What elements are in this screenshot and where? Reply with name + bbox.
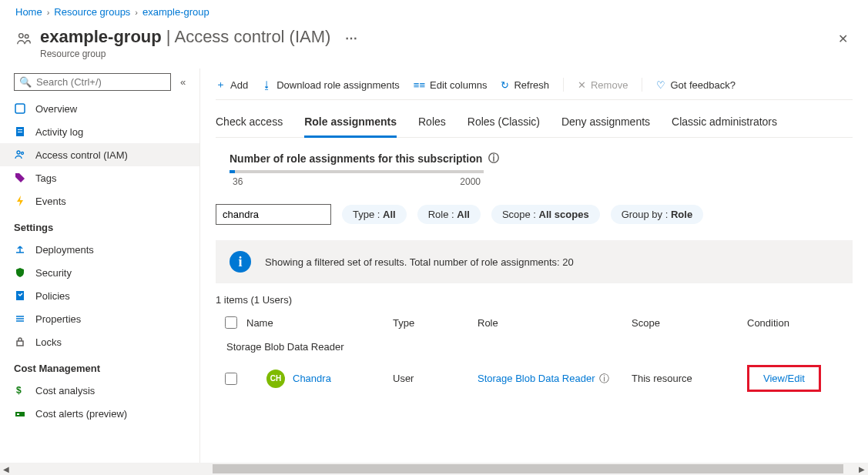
events-icon [14, 195, 26, 207]
page-header: example-group | Access control (IAM) ⋯ R… [0, 24, 868, 69]
view-edit-link[interactable]: View/Edit [763, 373, 805, 384]
horizontal-scrollbar[interactable]: ◀ ▶ [0, 463, 868, 475]
filter-type[interactable]: Type : All [342, 205, 407, 224]
scrollbar-thumb[interactable] [213, 464, 843, 473]
column-scope[interactable]: Scope [632, 317, 747, 329]
filter-role[interactable]: Role : All [417, 205, 481, 224]
remove-icon: ✕ [578, 79, 586, 91]
row-checkbox[interactable] [225, 373, 237, 385]
tab-check-access[interactable]: Check access [216, 111, 283, 137]
toolbar-label: Download role assignments [276, 79, 400, 91]
shield-icon [14, 266, 26, 279]
sidebar-item-deployments[interactable]: Deployments [0, 238, 199, 261]
sidebar-item-tags[interactable]: Tags [0, 166, 199, 189]
policies-icon [14, 289, 26, 302]
sidebar-search-input[interactable] [36, 76, 166, 88]
properties-icon [14, 313, 26, 325]
sidebar-section-cost: Cost Management [0, 353, 199, 379]
svg-point-1 [25, 35, 28, 38]
items-count: 1 items (1 Users) [216, 283, 853, 310]
sidebar-item-cost-alerts[interactable]: Cost alerts (preview) [0, 402, 199, 425]
page-title: example-group | Access control (IAM) ⋯ [40, 27, 357, 47]
filter-scope[interactable]: Scope : All scopes [491, 205, 600, 224]
tab-classic-administrators[interactable]: Classic administrators [672, 111, 777, 137]
count-progress-bar [230, 170, 484, 173]
breadcrumb-current[interactable]: example-group [142, 6, 209, 18]
close-button[interactable]: ✕ [833, 27, 853, 51]
breadcrumb-resource-groups[interactable]: Resource groups [54, 6, 130, 18]
sidebar: 🔍 « Overview Activity log Access control… [0, 69, 200, 474]
sidebar-item-overview[interactable]: Overview [0, 97, 199, 120]
sidebar-section-settings: Settings [0, 212, 199, 238]
column-role[interactable]: Role [478, 317, 632, 329]
tab-roles-classic[interactable]: Roles (Classic) [468, 111, 540, 137]
scroll-left-icon[interactable]: ◀ [0, 463, 12, 475]
highlight-box: View/Edit [747, 365, 821, 392]
group-header[interactable]: Storage Blob Data Reader [216, 335, 853, 359]
overview-icon [14, 102, 26, 115]
more-icon[interactable]: ⋯ [345, 32, 357, 45]
breadcrumb: Home › Resource groups › example-group [0, 0, 868, 24]
row-role-link[interactable]: Storage Blob Data Reader [478, 373, 595, 384]
sidebar-item-label: Cost alerts (preview) [35, 408, 127, 420]
svg-rect-12 [17, 413, 19, 415]
scroll-right-icon[interactable]: ▶ [856, 463, 868, 475]
feedback-button[interactable]: ♡Got feedback? [656, 79, 736, 91]
sidebar-item-properties[interactable]: Properties [0, 307, 199, 330]
column-name[interactable]: Name [246, 317, 393, 329]
sidebar-item-cost-analysis[interactable]: $Cost analysis [0, 379, 199, 402]
svg-rect-11 [15, 412, 25, 416]
sidebar-item-events[interactable]: Events [0, 189, 199, 212]
select-all-checkbox[interactable] [225, 316, 237, 329]
info-icon[interactable]: ⓘ [599, 372, 609, 386]
svg-point-6 [17, 151, 20, 154]
lock-icon [14, 336, 26, 348]
sidebar-item-activity-log[interactable]: Activity log [0, 120, 199, 143]
breadcrumb-home[interactable]: Home [15, 6, 42, 18]
filter-search-input[interactable] [216, 204, 331, 225]
sidebar-item-label: Tags [35, 172, 56, 184]
people-icon [15, 30, 32, 49]
info-icon[interactable]: ⓘ [488, 152, 499, 166]
user-name-link[interactable]: Chandra [293, 373, 331, 384]
sidebar-item-label: Policies [35, 290, 70, 302]
column-condition[interactable]: Condition [747, 317, 840, 329]
tab-role-assignments[interactable]: Role assignments [304, 111, 397, 138]
sidebar-item-locks[interactable]: Locks [0, 330, 199, 353]
tab-deny-assignments[interactable]: Deny assignments [561, 111, 650, 137]
toolbar-label: Got feedback? [670, 79, 736, 91]
columns-icon: ≡≡ [414, 79, 425, 91]
sidebar-item-label: Deployments [35, 244, 94, 256]
people-icon [14, 149, 26, 161]
download-icon: ⭳ [262, 79, 272, 91]
svg-rect-9 [17, 341, 23, 346]
sidebar-item-label: Security [35, 267, 72, 279]
sidebar-item-label: Cost analysis [35, 385, 95, 396]
count-max: 2000 [460, 176, 481, 187]
tag-icon [14, 172, 26, 184]
add-button[interactable]: ＋Add [216, 78, 248, 92]
sidebar-item-label: Activity log [35, 126, 83, 138]
cost-icon: $ [14, 384, 26, 396]
assignments-table: Name Type Role Scope Condition Storage B… [216, 310, 853, 398]
page-subtitle: Resource group [40, 49, 357, 59]
collapse-sidebar-button[interactable]: « [177, 73, 189, 91]
svg-text:$: $ [16, 385, 22, 396]
download-button[interactable]: ⭳Download role assignments [262, 79, 400, 91]
sidebar-item-security[interactable]: Security [0, 261, 199, 284]
toolbar-label: Add [230, 79, 248, 91]
sidebar-item-policies[interactable]: Policies [0, 284, 199, 307]
sidebar-item-label: Locks [35, 336, 62, 348]
svg-point-0 [19, 34, 23, 38]
sidebar-item-access-control[interactable]: Access control (IAM) [0, 143, 199, 166]
toolbar: ＋Add ⭳Download role assignments ≡≡Edit c… [216, 75, 853, 100]
refresh-button[interactable]: ↻Refresh [501, 79, 549, 91]
edit-columns-button[interactable]: ≡≡Edit columns [414, 79, 488, 91]
tab-roles[interactable]: Roles [418, 111, 446, 137]
svg-point-7 [22, 152, 24, 155]
row-type: User [393, 373, 478, 384]
column-type[interactable]: Type [393, 317, 478, 329]
sidebar-search[interactable]: 🔍 [14, 73, 171, 91]
filter-group-by[interactable]: Group by : Role [611, 205, 704, 224]
main-content: ＋Add ⭳Download role assignments ≡≡Edit c… [200, 69, 868, 474]
